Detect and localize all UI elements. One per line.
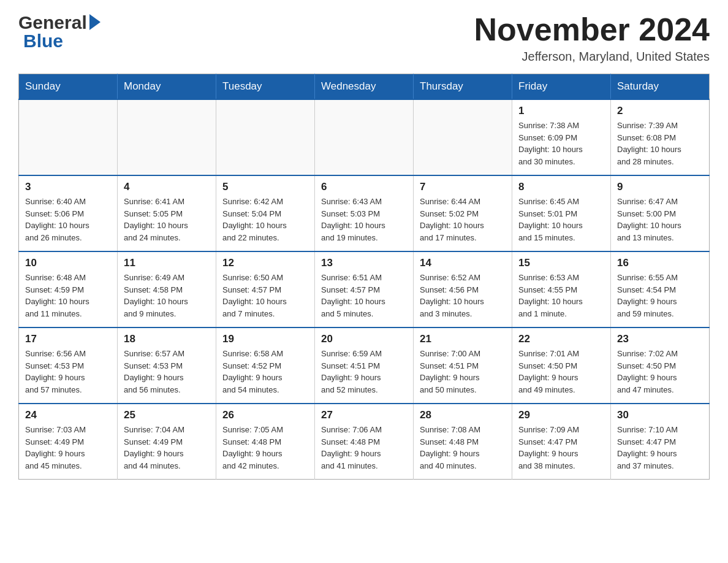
day-number: 21 (420, 333, 506, 345)
svg-marker-0 (89, 14, 100, 30)
calendar-cell: 16Sunrise: 6:55 AM Sunset: 4:54 PM Dayli… (611, 251, 710, 327)
day-info: Sunrise: 7:00 AM Sunset: 4:51 PM Dayligh… (420, 348, 506, 396)
day-number: 17 (25, 333, 111, 345)
day-number: 8 (518, 181, 604, 193)
day-number: 27 (321, 409, 407, 421)
day-number: 18 (124, 333, 210, 345)
logo: General Blue (18, 12, 102, 52)
calendar-cell: 29Sunrise: 7:09 AM Sunset: 4:47 PM Dayli… (512, 404, 611, 480)
day-info: Sunrise: 7:06 AM Sunset: 4:48 PM Dayligh… (321, 424, 407, 472)
day-info: Sunrise: 7:01 AM Sunset: 4:50 PM Dayligh… (518, 348, 604, 396)
day-info: Sunrise: 6:45 AM Sunset: 5:01 PM Dayligh… (518, 196, 604, 243)
calendar-header-row: SundayMondayTuesdayWednesdayThursdayFrid… (19, 74, 710, 100)
calendar-week-row: 1Sunrise: 7:38 AM Sunset: 6:09 PM Daylig… (19, 99, 710, 175)
calendar-cell: 30Sunrise: 7:10 AM Sunset: 4:47 PM Dayli… (611, 404, 710, 480)
day-info: Sunrise: 6:53 AM Sunset: 4:55 PM Dayligh… (518, 272, 604, 320)
calendar-cell (315, 99, 414, 175)
day-number: 6 (321, 181, 407, 193)
day-info: Sunrise: 6:49 AM Sunset: 4:58 PM Dayligh… (124, 272, 210, 320)
logo-chevron-icon (89, 14, 102, 33)
day-info: Sunrise: 6:52 AM Sunset: 4:56 PM Dayligh… (420, 272, 506, 320)
calendar-cell: 17Sunrise: 6:56 AM Sunset: 4:53 PM Dayli… (19, 327, 118, 404)
calendar-cell (19, 99, 118, 175)
day-info: Sunrise: 6:51 AM Sunset: 4:57 PM Dayligh… (321, 272, 407, 320)
calendar-week-row: 3Sunrise: 6:40 AM Sunset: 5:06 PM Daylig… (19, 175, 710, 251)
day-number: 22 (518, 333, 604, 345)
day-info: Sunrise: 6:59 AM Sunset: 4:51 PM Dayligh… (321, 348, 407, 396)
day-number: 4 (124, 181, 210, 193)
day-info: Sunrise: 7:08 AM Sunset: 4:48 PM Dayligh… (420, 424, 506, 472)
calendar-table: SundayMondayTuesdayWednesdayThursdayFrid… (18, 74, 710, 480)
calendar-cell: 2Sunrise: 7:39 AM Sunset: 6:08 PM Daylig… (611, 99, 710, 175)
day-info: Sunrise: 6:50 AM Sunset: 4:57 PM Dayligh… (222, 272, 308, 320)
day-info: Sunrise: 6:40 AM Sunset: 5:06 PM Dayligh… (25, 196, 111, 243)
day-number: 29 (518, 409, 604, 421)
day-number: 12 (222, 257, 308, 269)
day-number: 16 (617, 257, 703, 269)
day-info: Sunrise: 6:44 AM Sunset: 5:02 PM Dayligh… (420, 196, 506, 243)
logo-blue-text: Blue (23, 31, 63, 52)
calendar-cell: 10Sunrise: 6:48 AM Sunset: 4:59 PM Dayli… (19, 251, 118, 327)
day-info: Sunrise: 7:03 AM Sunset: 4:49 PM Dayligh… (25, 424, 111, 472)
calendar-cell: 27Sunrise: 7:06 AM Sunset: 4:48 PM Dayli… (315, 404, 414, 480)
day-header-tuesday: Tuesday (216, 74, 315, 100)
calendar-cell: 23Sunrise: 7:02 AM Sunset: 4:50 PM Dayli… (611, 327, 710, 404)
day-number: 28 (420, 409, 506, 421)
calendar-cell: 22Sunrise: 7:01 AM Sunset: 4:50 PM Dayli… (512, 327, 611, 404)
day-info: Sunrise: 6:58 AM Sunset: 4:52 PM Dayligh… (222, 348, 308, 396)
calendar-cell: 25Sunrise: 7:04 AM Sunset: 4:49 PM Dayli… (118, 404, 216, 480)
page-header: General Blue November 2024 Jefferson, Ma… (18, 12, 710, 64)
day-header-saturday: Saturday (611, 74, 710, 100)
calendar-cell: 18Sunrise: 6:57 AM Sunset: 4:53 PM Dayli… (118, 327, 216, 404)
day-info: Sunrise: 7:02 AM Sunset: 4:50 PM Dayligh… (617, 348, 703, 396)
calendar-cell: 7Sunrise: 6:44 AM Sunset: 5:02 PM Daylig… (414, 175, 512, 251)
day-number: 13 (321, 257, 407, 269)
day-number: 2 (617, 105, 703, 117)
day-header-friday: Friday (512, 74, 611, 100)
calendar-cell: 9Sunrise: 6:47 AM Sunset: 5:00 PM Daylig… (611, 175, 710, 251)
calendar-cell: 3Sunrise: 6:40 AM Sunset: 5:06 PM Daylig… (19, 175, 118, 251)
calendar-week-row: 17Sunrise: 6:56 AM Sunset: 4:53 PM Dayli… (19, 327, 710, 404)
calendar-cell: 26Sunrise: 7:05 AM Sunset: 4:48 PM Dayli… (216, 404, 315, 480)
calendar-cell: 12Sunrise: 6:50 AM Sunset: 4:57 PM Dayli… (216, 251, 315, 327)
day-info: Sunrise: 6:57 AM Sunset: 4:53 PM Dayligh… (124, 348, 210, 396)
day-number: 3 (25, 181, 111, 193)
day-info: Sunrise: 7:10 AM Sunset: 4:47 PM Dayligh… (617, 424, 703, 472)
calendar-cell: 28Sunrise: 7:08 AM Sunset: 4:48 PM Dayli… (414, 404, 512, 480)
page-subtitle: Jefferson, Maryland, United States (474, 50, 710, 64)
day-number: 7 (420, 181, 506, 193)
day-info: Sunrise: 6:43 AM Sunset: 5:03 PM Dayligh… (321, 196, 407, 243)
calendar-cell: 6Sunrise: 6:43 AM Sunset: 5:03 PM Daylig… (315, 175, 414, 251)
day-info: Sunrise: 6:47 AM Sunset: 5:00 PM Dayligh… (617, 196, 703, 243)
calendar-cell: 13Sunrise: 6:51 AM Sunset: 4:57 PM Dayli… (315, 251, 414, 327)
calendar-cell: 21Sunrise: 7:00 AM Sunset: 4:51 PM Dayli… (414, 327, 512, 404)
day-number: 14 (420, 257, 506, 269)
logo-general-text: General (18, 12, 87, 33)
day-header-wednesday: Wednesday (315, 74, 414, 100)
day-number: 10 (25, 257, 111, 269)
day-header-monday: Monday (118, 74, 216, 100)
day-number: 25 (124, 409, 210, 421)
day-number: 23 (617, 333, 703, 345)
calendar-cell: 8Sunrise: 6:45 AM Sunset: 5:01 PM Daylig… (512, 175, 611, 251)
day-info: Sunrise: 6:41 AM Sunset: 5:05 PM Dayligh… (124, 196, 210, 243)
calendar-cell: 20Sunrise: 6:59 AM Sunset: 4:51 PM Dayli… (315, 327, 414, 404)
page-title: November 2024 (474, 12, 710, 47)
day-info: Sunrise: 7:38 AM Sunset: 6:09 PM Dayligh… (518, 120, 604, 167)
day-info: Sunrise: 6:55 AM Sunset: 4:54 PM Dayligh… (617, 272, 703, 320)
day-number: 1 (518, 105, 604, 117)
day-info: Sunrise: 7:04 AM Sunset: 4:49 PM Dayligh… (124, 424, 210, 472)
day-header-thursday: Thursday (414, 74, 512, 100)
title-block: November 2024 Jefferson, Maryland, Unite… (474, 12, 710, 64)
calendar-cell: 24Sunrise: 7:03 AM Sunset: 4:49 PM Dayli… (19, 404, 118, 480)
day-number: 9 (617, 181, 703, 193)
day-info: Sunrise: 6:48 AM Sunset: 4:59 PM Dayligh… (25, 272, 111, 320)
day-number: 11 (124, 257, 210, 269)
calendar-cell: 1Sunrise: 7:38 AM Sunset: 6:09 PM Daylig… (512, 99, 611, 175)
calendar-cell (414, 99, 512, 175)
day-number: 15 (518, 257, 604, 269)
calendar-week-row: 24Sunrise: 7:03 AM Sunset: 4:49 PM Dayli… (19, 404, 710, 480)
day-number: 5 (222, 181, 308, 193)
calendar-cell: 14Sunrise: 6:52 AM Sunset: 4:56 PM Dayli… (414, 251, 512, 327)
day-info: Sunrise: 7:09 AM Sunset: 4:47 PM Dayligh… (518, 424, 604, 472)
